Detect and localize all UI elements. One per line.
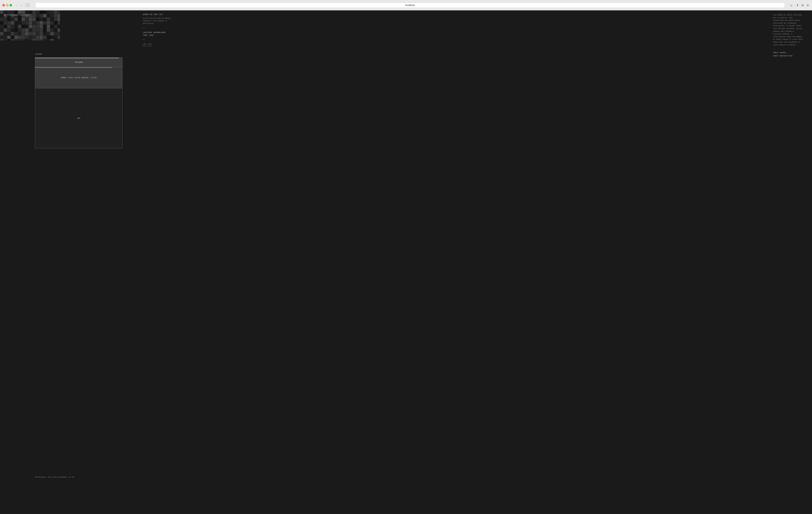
traffic-lights — [2, 4, 12, 6]
address-bar[interactable]: localhost — [35, 3, 785, 8]
share-button[interactable]: ⬆ — [795, 3, 799, 7]
social-icons: f t — [143, 43, 187, 47]
facebook-icon[interactable]: f — [143, 43, 146, 47]
children-label: CHILDREN — [75, 61, 83, 63]
rdesc12: THEIR COUNTRY OF ORIGIN. — [773, 44, 796, 46]
dash2: — — [143, 38, 187, 42]
women-bar — [35, 67, 112, 68]
sidebar-toggle-button[interactable] — [26, 4, 30, 7]
description: ASYLUM APPLICATIONS IN EUROPE (EUROSTAT)… — [143, 17, 187, 25]
women-label: WOMEN: TOTAL ASYLUM SEEKERS: 12,200 — [61, 77, 97, 79]
back-button[interactable]: ‹ — [15, 3, 19, 7]
unknown-label: UNKNOWN — [35, 53, 42, 55]
browser-chrome: ‹ › localhost ↻ ⬆ ⊞ ⊕ — [0, 0, 812, 10]
twitter-icon[interactable]: t — [148, 43, 152, 47]
desc-line1: ASYLUM APPLICATIONS IN EUROPE — [143, 18, 171, 19]
treemap-visualization[interactable]: UNKNOWN CHILDREN WOMEN: TOTAL ASYLUM SEE… — [35, 57, 122, 148]
forward-button[interactable]: › — [20, 3, 23, 7]
about-org-link[interactable]: ABOUT ORGANIZATION — [773, 55, 808, 57]
site-logo[interactable]: ◀ thebiggerpicture — [4, 13, 30, 16]
url-text: localhost — [405, 4, 414, 7]
rdesc9: VISUALISATION SHOWS THE NUMBER — [773, 36, 802, 37]
total-label: NETHERLANDS: TOTAL ASYLUM SEEKERS: 50,75… — [35, 476, 74, 478]
right-description: THE NUMBER OF PEOPLE DISPLACED DUE TO CO… — [773, 13, 808, 46]
content-area: ◀ thebiggerpicture WHERE DO THEY GO? ASY… — [0, 10, 812, 514]
rdesc11: HOMES OVER TIME ACCORDING TO — [773, 41, 800, 43]
rdesc5: SIGNIFICANTLY IN RECENT YEARS. — [773, 25, 802, 27]
reload-button[interactable]: ↻ — [790, 3, 794, 7]
desc-line3: APPLICATION. — [143, 23, 154, 24]
add-bookmark-button[interactable]: ⊞ — [801, 3, 804, 7]
minimize-button[interactable] — [6, 4, 8, 6]
page-title: WHERE DO THEY GO? — [143, 13, 187, 16]
men-label: MEN — [77, 117, 80, 119]
children-bar — [35, 58, 119, 58]
new-tab-button[interactable]: ⊕ — [806, 3, 810, 7]
rdesc8: DISPLACED PERSONS. A — [773, 33, 792, 35]
rdesc4: VIOLATIONS HAS INCREASED — [773, 22, 796, 24]
left-info-panel: WHERE DO THEY GO? ASYLUM APPLICATIONS IN… — [143, 13, 187, 50]
location-label: LOCATION: NETHERLANDS — [143, 32, 187, 34]
browser-actions: ⬆ ⊞ ⊕ — [795, 3, 810, 7]
rdesc10: OF PEOPLE FORCED TO LEAVE THEIR — [773, 38, 803, 40]
men-section[interactable]: MEN — [35, 88, 122, 148]
time-label: TIME: 2015 — [143, 34, 187, 36]
rdesc1: THE NUMBER OF PEOPLE DISPLACED — [773, 14, 802, 16]
desc-line2: (EUROSTAT) PER COUNTRY OF — [143, 20, 167, 22]
rdesc7: SEEKERS AND INTERNALLY — [773, 30, 794, 32]
fullscreen-button[interactable] — [9, 4, 12, 6]
close-button[interactable] — [2, 4, 5, 6]
about-source-link[interactable]: ABOUT SOURCE — [773, 52, 808, 54]
rdesc3: PERSECUTION AND HUMAN RIGHTS — [773, 19, 800, 21]
dash3: — — [773, 48, 808, 50]
children-section[interactable]: CHILDREN — [35, 58, 122, 67]
nav-buttons: ‹ › — [15, 3, 23, 7]
women-section[interactable]: WOMEN: TOTAL ASYLUM SEEKERS: 12,200 — [35, 67, 122, 88]
dash1: — — [143, 26, 187, 30]
rdesc2: DUE TO CONFLICT, WAR, — [773, 17, 793, 19]
rdesc6: THIS INCLUDES REFUGEES, ASYLUM — [773, 28, 802, 29]
right-info-panel: THE NUMBER OF PEOPLE DISPLACED DUE TO CO… — [773, 13, 808, 58]
